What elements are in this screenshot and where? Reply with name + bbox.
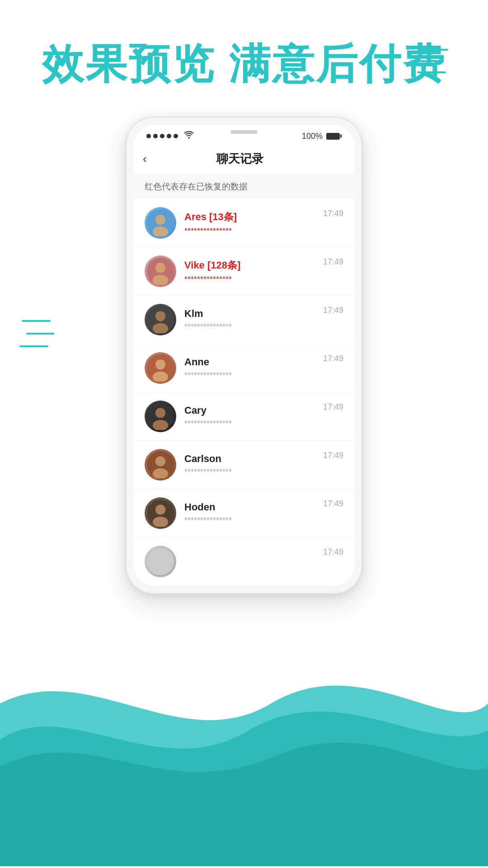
chat-time-vike: 17:49 — [323, 255, 343, 267]
chat-name-cary: Cary — [184, 405, 315, 416]
svg-point-7 — [155, 215, 165, 225]
chat-time-ares: 17:49 — [323, 207, 343, 218]
chat-item-carlson[interactable]: Carlson***************17:49 — [134, 441, 354, 489]
chat-info-hoden: Hoden*************** — [184, 501, 315, 525]
chat-time-anne: 17:49 — [323, 352, 343, 363]
chat-item-ares[interactable]: Ares [13条]***************17:49 — [134, 199, 354, 247]
chat-info-carlson: Carlson*************** — [184, 453, 315, 477]
battery-percentage: 100% — [302, 132, 323, 141]
chat-item-anne[interactable]: Anne***************17:49 — [134, 344, 354, 392]
chat-time-extra: 17:49 — [323, 546, 343, 557]
nav-title: 聊天记录 — [151, 151, 329, 167]
chat-preview-klm: *************** — [184, 322, 315, 332]
chat-name-hoden: Hoden — [184, 501, 315, 513]
svg-point-19 — [155, 408, 165, 418]
chat-preview-ares: *************** — [184, 226, 315, 236]
wifi-icon — [184, 131, 194, 141]
chat-name-ares: Ares [13条] — [184, 210, 315, 224]
phone-mockup: 100% ‹ 聊天记录 红色代表存在已恢复的数据 Ares [13条] — [127, 118, 361, 593]
deco-lines-left — [18, 316, 54, 359]
chat-name-carlson: Carlson — [184, 453, 315, 465]
chat-time-cary: 17:49 — [323, 401, 343, 412]
battery-icon — [326, 133, 342, 140]
chat-item-extra[interactable]: 17:49 — [134, 538, 354, 586]
chat-item-klm[interactable]: Klm***************17:49 — [134, 296, 354, 344]
avatar-anne — [145, 352, 176, 384]
chat-info-ares: Ares [13条]*************** — [184, 210, 315, 236]
deco-lines-top-right — [407, 45, 452, 83]
avatar-vike — [145, 255, 176, 287]
chat-info-vike: Vike [128条]*************** — [184, 259, 315, 284]
signal-dot-1 — [146, 134, 151, 138]
chat-list: Ares [13条]***************17:49Vike [128条… — [134, 199, 354, 586]
avatar-extra — [145, 546, 176, 577]
chat-preview-anne: *************** — [184, 371, 315, 380]
back-button[interactable]: ‹ — [143, 150, 151, 168]
phone-screen: 100% ‹ 聊天记录 红色代表存在已恢复的数据 Ares [13条] — [134, 125, 354, 586]
avatar-ares — [145, 207, 176, 239]
chat-info-klm: Klm*************** — [184, 308, 315, 332]
chat-preview-vike: *************** — [184, 275, 315, 284]
info-bar: 红色代表存在已恢复的数据 — [134, 175, 354, 199]
signal-dot-4 — [167, 134, 171, 138]
chat-preview-carlson: *************** — [184, 467, 315, 477]
svg-point-22 — [155, 456, 165, 466]
nav-bar: ‹ 聊天记录 — [134, 145, 354, 175]
svg-point-10 — [155, 263, 165, 273]
battery-status: 100% — [302, 132, 342, 141]
svg-point-27 — [147, 548, 174, 575]
chat-info-cary: Cary*************** — [184, 405, 315, 429]
avatar-cary — [145, 401, 176, 432]
chat-item-cary[interactable]: Cary***************17:49 — [134, 392, 354, 441]
svg-point-16 — [155, 359, 165, 369]
signal-dots — [146, 131, 194, 141]
chat-time-carlson: 17:49 — [323, 449, 343, 460]
svg-point-13 — [155, 311, 165, 321]
signal-dot-3 — [160, 134, 164, 138]
chat-name-klm: Klm — [184, 308, 315, 320]
svg-point-25 — [155, 505, 165, 514]
signal-dot-5 — [174, 134, 178, 138]
signal-dot-2 — [153, 134, 158, 138]
wave-background — [0, 613, 488, 868]
chat-info-anne: Anne*************** — [184, 356, 315, 380]
chat-name-vike: Vike [128条] — [184, 259, 315, 272]
status-bar: 100% — [134, 125, 354, 145]
chat-item-hoden[interactable]: Hoden***************17:49 — [134, 489, 354, 538]
chat-item-vike[interactable]: Vike [128条]***************17:49 — [134, 247, 354, 296]
avatar-carlson — [145, 449, 176, 481]
avatar-hoden — [145, 497, 176, 529]
avatar-klm — [145, 304, 176, 335]
phone-speaker — [230, 130, 258, 134]
chat-preview-cary: *************** — [184, 419, 315, 429]
chat-time-klm: 17:49 — [323, 304, 343, 315]
chat-name-anne: Anne — [184, 356, 315, 368]
chat-time-hoden: 17:49 — [323, 497, 343, 509]
chat-preview-hoden: *************** — [184, 516, 315, 525]
